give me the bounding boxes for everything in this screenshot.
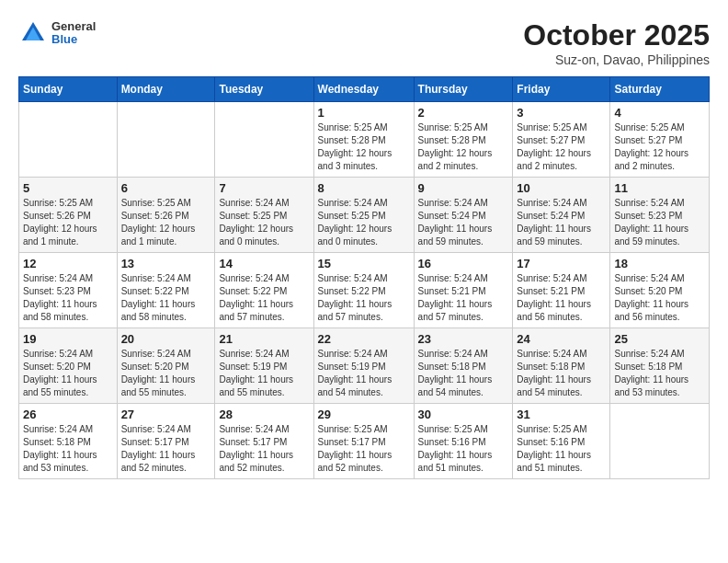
- logo-general-text: General: [51, 20, 96, 33]
- day-number: 16: [418, 257, 509, 270]
- day-header-wednesday: Wednesday: [313, 77, 414, 102]
- day-number: 3: [517, 106, 606, 120]
- calendar-cell: 27Sunrise: 5:24 AM Sunset: 5:17 PM Dayli…: [117, 404, 215, 479]
- day-info: Sunrise: 5:24 AM Sunset: 5:24 PM Dayligh…: [418, 197, 509, 248]
- calendar-cell: 22Sunrise: 5:24 AM Sunset: 5:19 PM Dayli…: [313, 328, 414, 404]
- calendar-cell: 17Sunrise: 5:24 AM Sunset: 5:21 PM Dayli…: [513, 253, 610, 328]
- calendar-week-4: 26Sunrise: 5:24 AM Sunset: 5:18 PM Dayli…: [19, 404, 710, 479]
- calendar-cell: 26Sunrise: 5:24 AM Sunset: 5:18 PM Dayli…: [19, 404, 118, 479]
- day-info: Sunrise: 5:24 AM Sunset: 5:25 PM Dayligh…: [219, 197, 309, 248]
- day-number: 12: [23, 257, 113, 270]
- day-info: Sunrise: 5:25 AM Sunset: 5:16 PM Dayligh…: [517, 423, 606, 475]
- day-number: 4: [614, 106, 705, 120]
- day-info: Sunrise: 5:24 AM Sunset: 5:25 PM Dayligh…: [318, 197, 410, 248]
- calendar-header: SundayMondayTuesdayWednesdayThursdayFrid…: [19, 77, 710, 102]
- day-number: 21: [219, 332, 309, 346]
- calendar-cell: 9Sunrise: 5:24 AM Sunset: 5:24 PM Daylig…: [414, 178, 513, 253]
- calendar-cell: 15Sunrise: 5:24 AM Sunset: 5:22 PM Dayli…: [313, 253, 414, 328]
- day-info: Sunrise: 5:25 AM Sunset: 5:28 PM Dayligh…: [418, 121, 509, 173]
- day-number: 30: [418, 408, 509, 421]
- day-info: Sunrise: 5:24 AM Sunset: 5:22 PM Dayligh…: [121, 272, 211, 324]
- calendar-cell: [19, 102, 118, 178]
- calendar-cell: 29Sunrise: 5:25 AM Sunset: 5:17 PM Dayli…: [313, 404, 414, 479]
- day-number: 6: [121, 181, 211, 195]
- day-info: Sunrise: 5:25 AM Sunset: 5:16 PM Dayligh…: [418, 423, 509, 475]
- calendar-cell: 8Sunrise: 5:24 AM Sunset: 5:25 PM Daylig…: [313, 178, 414, 253]
- location-subtitle: Suz-on, Davao, Philippines: [523, 52, 710, 67]
- day-number: 29: [318, 408, 410, 421]
- day-header-friday: Friday: [513, 77, 610, 102]
- day-number: 11: [614, 181, 705, 195]
- logo: General Blue: [18, 18, 96, 48]
- day-info: Sunrise: 5:25 AM Sunset: 5:26 PM Dayligh…: [121, 197, 211, 248]
- day-number: 17: [517, 257, 606, 270]
- day-number: 8: [318, 181, 410, 195]
- day-info: Sunrise: 5:24 AM Sunset: 5:23 PM Dayligh…: [23, 272, 113, 324]
- day-header-monday: Monday: [117, 77, 215, 102]
- day-info: Sunrise: 5:24 AM Sunset: 5:22 PM Dayligh…: [318, 272, 410, 324]
- calendar-cell: 2Sunrise: 5:25 AM Sunset: 5:28 PM Daylig…: [414, 102, 513, 178]
- calendar-cell: 19Sunrise: 5:24 AM Sunset: 5:20 PM Dayli…: [19, 328, 118, 404]
- logo-icon: [18, 18, 48, 48]
- day-number: 26: [23, 408, 113, 421]
- page-header: General Blue October 2025 Suz-on, Davao,…: [18, 18, 710, 67]
- day-info: Sunrise: 5:24 AM Sunset: 5:21 PM Dayligh…: [418, 272, 509, 324]
- day-number: 22: [318, 332, 410, 346]
- day-number: 2: [418, 106, 509, 120]
- day-number: 9: [418, 181, 509, 195]
- calendar-cell: 20Sunrise: 5:24 AM Sunset: 5:20 PM Dayli…: [117, 328, 215, 404]
- day-info: Sunrise: 5:24 AM Sunset: 5:17 PM Dayligh…: [121, 423, 211, 475]
- day-info: Sunrise: 5:24 AM Sunset: 5:23 PM Dayligh…: [614, 197, 705, 248]
- calendar-cell: 28Sunrise: 5:24 AM Sunset: 5:17 PM Dayli…: [215, 404, 313, 479]
- month-title: October 2025: [523, 18, 710, 52]
- day-info: Sunrise: 5:25 AM Sunset: 5:27 PM Dayligh…: [614, 121, 705, 173]
- day-number: 19: [23, 332, 113, 346]
- calendar-cell: 7Sunrise: 5:24 AM Sunset: 5:25 PM Daylig…: [215, 178, 313, 253]
- day-header-saturday: Saturday: [610, 77, 710, 102]
- day-info: Sunrise: 5:25 AM Sunset: 5:28 PM Dayligh…: [318, 121, 410, 173]
- calendar-cell: 12Sunrise: 5:24 AM Sunset: 5:23 PM Dayli…: [19, 253, 118, 328]
- day-info: Sunrise: 5:24 AM Sunset: 5:20 PM Dayligh…: [121, 348, 211, 399]
- day-info: Sunrise: 5:24 AM Sunset: 5:17 PM Dayligh…: [219, 423, 309, 475]
- day-number: 7: [219, 181, 309, 195]
- day-number: 13: [121, 257, 211, 270]
- day-info: Sunrise: 5:24 AM Sunset: 5:21 PM Dayligh…: [517, 272, 606, 324]
- day-number: 5: [23, 181, 113, 195]
- day-number: 15: [318, 257, 410, 270]
- day-info: Sunrise: 5:24 AM Sunset: 5:24 PM Dayligh…: [517, 197, 606, 248]
- calendar-table: SundayMondayTuesdayWednesdayThursdayFrid…: [18, 76, 710, 479]
- day-info: Sunrise: 5:24 AM Sunset: 5:20 PM Dayligh…: [23, 348, 113, 399]
- day-number: 1: [318, 106, 410, 120]
- day-number: 28: [219, 408, 309, 421]
- day-info: Sunrise: 5:24 AM Sunset: 5:20 PM Dayligh…: [614, 272, 705, 324]
- calendar-cell: 24Sunrise: 5:24 AM Sunset: 5:18 PM Dayli…: [513, 328, 610, 404]
- title-area: October 2025 Suz-on, Davao, Philippines: [523, 18, 710, 67]
- calendar-week-0: 1Sunrise: 5:25 AM Sunset: 5:28 PM Daylig…: [19, 102, 710, 178]
- day-header-row: SundayMondayTuesdayWednesdayThursdayFrid…: [19, 77, 710, 102]
- calendar-cell: 4Sunrise: 5:25 AM Sunset: 5:27 PM Daylig…: [610, 102, 710, 178]
- day-number: 14: [219, 257, 309, 270]
- day-info: Sunrise: 5:25 AM Sunset: 5:26 PM Dayligh…: [23, 197, 113, 248]
- day-number: 23: [418, 332, 509, 346]
- day-info: Sunrise: 5:24 AM Sunset: 5:18 PM Dayligh…: [614, 348, 705, 399]
- calendar-cell: 6Sunrise: 5:25 AM Sunset: 5:26 PM Daylig…: [117, 178, 215, 253]
- calendar-cell: 31Sunrise: 5:25 AM Sunset: 5:16 PM Dayli…: [513, 404, 610, 479]
- calendar-cell: 1Sunrise: 5:25 AM Sunset: 5:28 PM Daylig…: [313, 102, 414, 178]
- calendar-body: 1Sunrise: 5:25 AM Sunset: 5:28 PM Daylig…: [19, 102, 710, 479]
- calendar-cell: [610, 404, 710, 479]
- calendar-cell: 18Sunrise: 5:24 AM Sunset: 5:20 PM Dayli…: [610, 253, 710, 328]
- day-number: 20: [121, 332, 211, 346]
- calendar-cell: 21Sunrise: 5:24 AM Sunset: 5:19 PM Dayli…: [215, 328, 313, 404]
- day-number: 25: [614, 332, 705, 346]
- calendar-cell: 11Sunrise: 5:24 AM Sunset: 5:23 PM Dayli…: [610, 178, 710, 253]
- day-info: Sunrise: 5:25 AM Sunset: 5:27 PM Dayligh…: [517, 121, 606, 173]
- day-number: 31: [517, 408, 606, 421]
- logo-blue-text: Blue: [51, 33, 96, 46]
- day-info: Sunrise: 5:24 AM Sunset: 5:19 PM Dayligh…: [219, 348, 309, 399]
- day-info: Sunrise: 5:24 AM Sunset: 5:18 PM Dayligh…: [23, 423, 113, 475]
- calendar-cell: [215, 102, 313, 178]
- day-info: Sunrise: 5:24 AM Sunset: 5:18 PM Dayligh…: [418, 348, 509, 399]
- day-number: 10: [517, 181, 606, 195]
- calendar-cell: 5Sunrise: 5:25 AM Sunset: 5:26 PM Daylig…: [19, 178, 118, 253]
- calendar-week-1: 5Sunrise: 5:25 AM Sunset: 5:26 PM Daylig…: [19, 178, 710, 253]
